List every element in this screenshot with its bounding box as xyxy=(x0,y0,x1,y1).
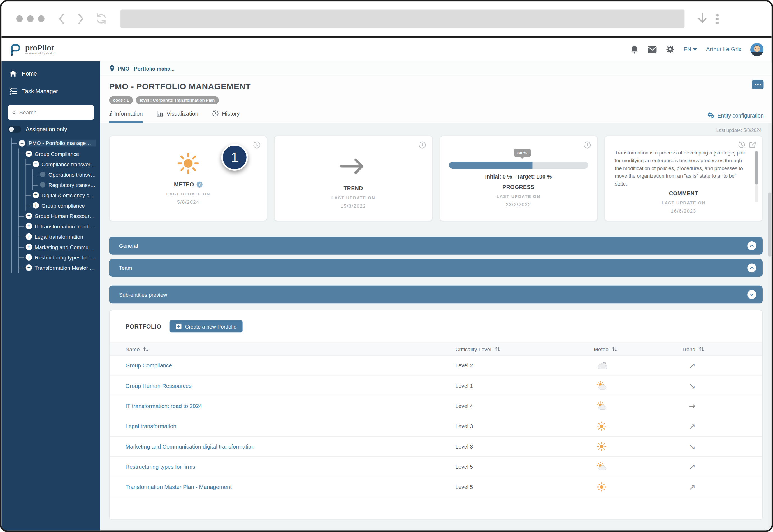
notifications-bell-icon[interactable] xyxy=(631,45,639,54)
more-actions-button[interactable] xyxy=(752,80,763,89)
app-name: proPilot xyxy=(25,44,55,51)
collapse-minus-icon[interactable]: − xyxy=(19,140,25,146)
sort-icon[interactable] xyxy=(612,346,618,352)
expand-plus-icon[interactable]: + xyxy=(32,202,39,209)
table-row[interactable]: Marketing and Communication digital tran… xyxy=(109,437,762,457)
expand-plus-icon[interactable]: + xyxy=(32,192,39,198)
expand-plus-icon[interactable]: + xyxy=(26,254,32,261)
back-icon[interactable] xyxy=(56,12,67,25)
section-team[interactable]: Team xyxy=(109,259,763,277)
column-header-name[interactable]: Name xyxy=(125,346,456,352)
card-date: 23/2/2022 xyxy=(506,202,531,207)
tree-item[interactable]: + Digital & efficiency compli... xyxy=(26,190,97,200)
tree-item[interactable]: − Group Compliance xyxy=(19,149,97,159)
column-header-trend[interactable]: Trend xyxy=(682,346,762,352)
sidebar-item-task-manager[interactable]: Task Manager xyxy=(1,84,100,99)
column-header-criticality[interactable]: Criticality Level xyxy=(455,346,594,352)
card-date: 5/8/2024 xyxy=(177,199,199,205)
column-header-meteo[interactable]: Meteo xyxy=(594,346,682,352)
comment-card[interactable]: Transformation is a process of developin… xyxy=(604,136,763,221)
sidebar-search[interactable] xyxy=(8,105,94,120)
expand-plus-icon[interactable]: + xyxy=(26,264,32,271)
sidebar-item-label: Task Manager xyxy=(22,88,58,94)
comment-scrollbar[interactable] xyxy=(755,151,758,202)
breadcrumb[interactable]: PMO - Portfolio mana... xyxy=(100,61,772,76)
expand-plus-icon[interactable]: + xyxy=(26,233,32,240)
entity-tree: − PMO - Portfolio management − Group Com… xyxy=(8,138,97,273)
table-row[interactable]: IT transformation: road to 2024 Level 4 … xyxy=(109,396,762,416)
url-bar[interactable] xyxy=(120,9,685,28)
chevron-up-icon[interactable] xyxy=(747,263,756,272)
app-logo[interactable]: proPilot — Powered by dFakto xyxy=(8,43,55,56)
external-link-icon[interactable] xyxy=(749,141,756,150)
table-header: Name Criticality Level Meteo Trend xyxy=(109,342,762,356)
mail-icon[interactable] xyxy=(648,46,657,53)
section-sub-entities-preview[interactable]: Sub-entities preview xyxy=(109,286,763,303)
settings-gear-icon[interactable] xyxy=(666,45,675,54)
expand-plus-icon[interactable]: + xyxy=(26,213,32,219)
search-input[interactable] xyxy=(19,109,89,115)
history-icon[interactable] xyxy=(418,141,426,151)
entity-config-gears-icon xyxy=(707,112,715,118)
chevron-up-icon[interactable] xyxy=(747,241,756,250)
breadcrumb-label: PMO - Portfolio mana... xyxy=(118,65,175,71)
collapse-minus-icon[interactable]: − xyxy=(32,161,39,167)
forward-icon[interactable] xyxy=(75,12,86,25)
tab-information[interactable]: i Information xyxy=(109,110,143,123)
history-icon[interactable] xyxy=(253,141,261,151)
tab-history[interactable]: History xyxy=(212,110,240,123)
leaf-dot-icon xyxy=(40,172,45,177)
last-update-label: LAST UPDATE ON xyxy=(331,195,375,200)
chevron-down-icon[interactable] xyxy=(747,290,756,299)
entity-configuration-button[interactable]: Entity configuration xyxy=(707,112,763,118)
tree-item[interactable]: − PMO - Portfolio management xyxy=(12,138,97,149)
progress-bar xyxy=(449,162,588,169)
table-row[interactable]: Transformation Master Plan - Management … xyxy=(109,477,762,497)
create-portfolio-button[interactable]: Create a new Portfolio xyxy=(169,320,242,332)
section-general[interactable]: General xyxy=(109,237,763,254)
sort-icon[interactable] xyxy=(142,346,148,352)
portfolio-panel: PORTFOLIO Create a new Portfolio Name xyxy=(109,310,763,520)
refresh-icon[interactable] xyxy=(95,12,107,25)
tree-item[interactable]: Operations transversal ... xyxy=(32,169,97,180)
sun-icon xyxy=(177,152,200,175)
tree-item[interactable]: + Marketing and Communicati... xyxy=(19,242,97,252)
assignation-toggle[interactable] xyxy=(8,126,21,133)
table-row[interactable]: Legal transformation Level 3 ↗ xyxy=(109,416,762,437)
sort-icon[interactable] xyxy=(494,346,500,352)
table-row[interactable]: Restructuring types for firms Level 5 ↗ xyxy=(109,457,762,477)
table-row[interactable]: Group Compliance Level 2 ↗ xyxy=(109,356,762,376)
tree-item[interactable]: + Transformation Master Plan -... xyxy=(19,263,97,273)
tree-item[interactable]: + Group compliance xyxy=(26,200,97,211)
chart-icon xyxy=(156,110,163,117)
user-name[interactable]: Arthur Le Grix xyxy=(706,46,741,52)
collapse-minus-icon[interactable]: − xyxy=(26,151,32,157)
trend-down-icon: ↘ xyxy=(689,381,762,391)
history-icon[interactable] xyxy=(583,141,591,151)
tree-item[interactable]: − Compliance transversal pr... xyxy=(26,159,97,169)
language-selector[interactable]: EN xyxy=(684,46,697,52)
trend-card[interactable]: TREND LAST UPDATE ON 15/3/2022 xyxy=(274,136,433,221)
tree-item[interactable]: + IT transformation: road to 20... xyxy=(19,221,97,231)
main-scrollbar[interactable] xyxy=(768,123,771,532)
expand-plus-icon[interactable]: + xyxy=(26,244,32,250)
info-icon[interactable]: i xyxy=(197,182,203,188)
avatar[interactable] xyxy=(750,43,764,56)
tree-item[interactable]: + Restructuring types for firms xyxy=(19,252,97,263)
history-icon[interactable] xyxy=(738,141,745,150)
tab-visualization[interactable]: Visualization xyxy=(156,110,199,123)
sidebar: Home Task Manager Assignation only xyxy=(1,61,100,532)
tree-item[interactable]: + Legal transformation xyxy=(19,231,97,242)
browser-menu-icon[interactable] xyxy=(716,13,719,24)
sort-icon[interactable] xyxy=(698,346,704,352)
tree-item[interactable]: Regulatory transversal ... xyxy=(32,180,97,190)
table-row[interactable]: Group Human Ressources Level 1 ↘ xyxy=(109,376,762,396)
info-icon: i xyxy=(109,110,111,117)
expand-plus-icon[interactable]: + xyxy=(26,223,32,229)
download-icon[interactable] xyxy=(697,12,708,25)
cloud-icon xyxy=(597,361,682,370)
last-update-text: Last update: 5/8/2024 xyxy=(110,127,762,133)
sidebar-item-home[interactable]: Home xyxy=(1,66,100,81)
tree-item[interactable]: + Group Human Ressources xyxy=(19,211,97,221)
progress-card[interactable]: 60 % Initial: 0 % - Target: 100 % PROGRE… xyxy=(439,136,598,221)
